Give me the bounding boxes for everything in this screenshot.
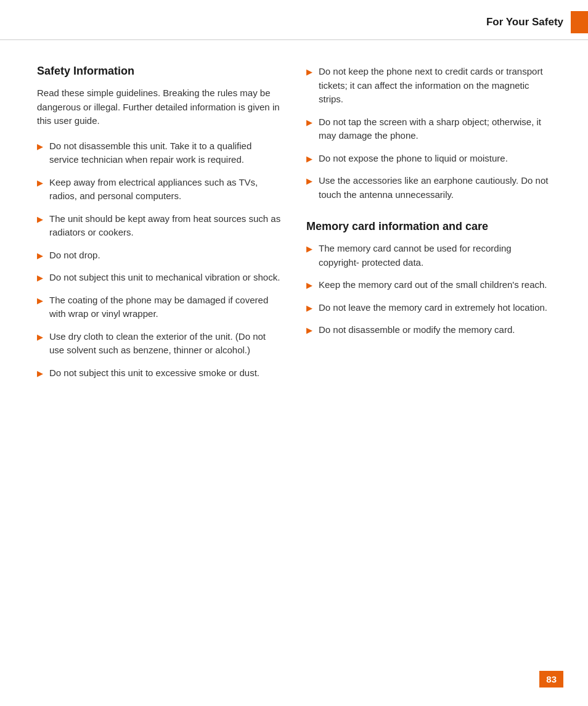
bullet-text: Use the accessories like an earphone cau… [319, 174, 551, 202]
list-item: ▶Do not subject this unit to mechanical … [37, 271, 282, 285]
list-item: ▶Do not drop. [37, 248, 282, 263]
bullet-arrow-icon: ▶ [37, 331, 43, 343]
bullet-text: Keep the memory card out of the small ch… [319, 278, 551, 292]
page-number: 83 [539, 671, 563, 688]
bullet-arrow-icon: ▶ [306, 279, 312, 292]
bullet-arrow-icon: ▶ [37, 367, 43, 380]
bullet-arrow-icon: ▶ [306, 175, 312, 187]
bullet-arrow-icon: ▶ [37, 177, 43, 189]
list-item: ▶Do not keep the phone next to credit ca… [306, 65, 551, 107]
memory-bullet-list: ▶The memory card cannot be used for reco… [306, 242, 551, 337]
bullet-text: Use dry cloth to clean the exterior of t… [49, 330, 282, 358]
list-item: ▶Do not disassemble this unit. Take it t… [37, 139, 282, 167]
bullet-arrow-icon: ▶ [37, 250, 43, 262]
page-number-container: 83 [539, 671, 563, 688]
safety-info-title: Safety Information [37, 65, 282, 78]
right-column: ▶Do not keep the phone next to credit ca… [306, 65, 551, 388]
bullet-text: Do not tap the screen with a sharp objec… [319, 115, 551, 143]
list-item: ▶Do not expose the phone to liquid or mo… [306, 152, 551, 166]
bullet-text: Do not disassemble or modify the memory … [319, 323, 551, 337]
bullet-text: Do not subject this unit to excessive sm… [49, 366, 282, 380]
header-accent-bar [571, 11, 588, 33]
bullet-text: Do not leave the memory card in extremel… [319, 301, 551, 315]
bullet-text: Do not drop. [49, 248, 282, 263]
bullet-arrow-icon: ▶ [37, 295, 43, 307]
list-item: ▶Do not tap the screen with a sharp obje… [306, 115, 551, 143]
left-column: Safety Information Read these simple gui… [37, 65, 282, 388]
bullet-arrow-icon: ▶ [306, 302, 312, 314]
bullet-arrow-icon: ▶ [306, 324, 312, 337]
bullet-text: The unit should be kept away from heat s… [49, 212, 282, 240]
bullet-arrow-icon: ▶ [306, 153, 312, 165]
list-item: ▶Use the accessories like an earphone ca… [306, 174, 551, 202]
bullet-text: Do not subject this unit to mechanical v… [49, 271, 282, 285]
header-title: For Your Safety [486, 16, 563, 28]
bullet-arrow-icon: ▶ [37, 272, 43, 284]
bullet-text: The memory card cannot be used for recor… [319, 242, 551, 269]
list-item: ▶Use dry cloth to clean the exterior of … [37, 330, 282, 358]
bullet-text: Do not expose the phone to liquid or moi… [319, 152, 551, 166]
bullet-arrow-icon: ▶ [37, 213, 43, 226]
top-bullet-list: ▶Do not keep the phone next to credit ca… [306, 65, 551, 202]
bullet-text: Keep away from electrical appliances suc… [49, 176, 282, 203]
list-item: ▶Do not subject this unit to excessive s… [37, 366, 282, 380]
bullet-arrow-icon: ▶ [306, 66, 312, 78]
list-item: ▶Do not disassemble or modify the memory… [306, 323, 551, 337]
safety-bullet-list: ▶Do not disassemble this unit. Take it t… [37, 139, 282, 380]
page-header: For Your Safety [0, 0, 588, 40]
list-item: ▶The coating of the phone may be damaged… [37, 293, 282, 321]
memory-section-title: Memory card information and care [306, 220, 551, 233]
bullet-text: Do not disassemble this unit. Take it to… [49, 139, 282, 167]
list-item: ▶Do not leave the memory card in extreme… [306, 301, 551, 315]
list-item: ▶Keep away from electrical appliances su… [37, 176, 282, 203]
bullet-arrow-icon: ▶ [306, 243, 312, 255]
list-item: ▶The memory card cannot be used for reco… [306, 242, 551, 269]
list-item: ▶Keep the memory card out of the small c… [306, 278, 551, 292]
bullet-arrow-icon: ▶ [37, 141, 43, 153]
bullet-arrow-icon: ▶ [306, 117, 312, 129]
list-item: ▶The unit should be kept away from heat … [37, 212, 282, 240]
bullet-text: The coating of the phone may be damaged … [49, 293, 282, 321]
bullet-text: Do not keep the phone next to credit car… [319, 65, 551, 107]
intro-text: Read these simple guidelines. Breaking t… [37, 86, 282, 128]
main-content: Safety Information Read these simple gui… [0, 40, 588, 413]
